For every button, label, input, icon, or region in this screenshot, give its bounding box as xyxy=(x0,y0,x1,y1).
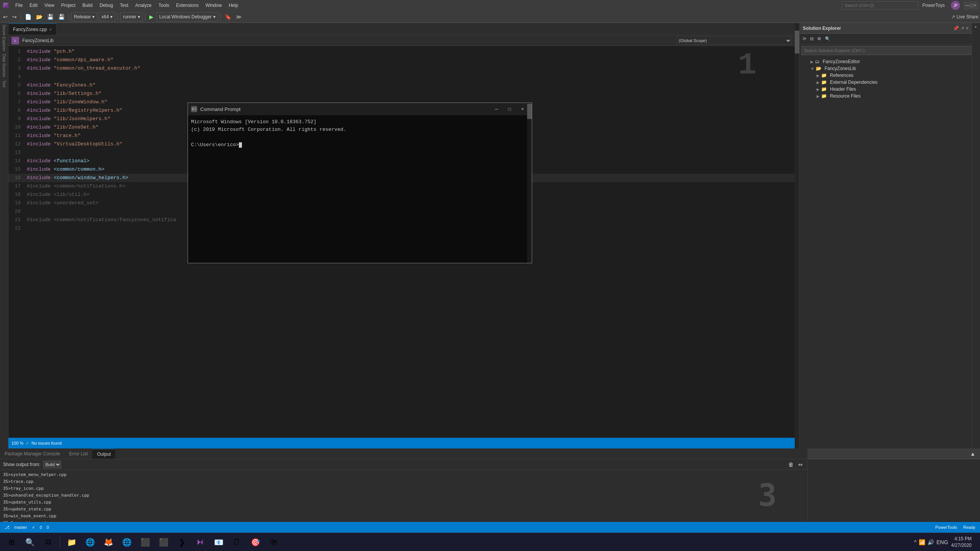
new-file-button[interactable]: 📄 xyxy=(23,13,33,21)
cmd-content[interactable]: Microsoft Windows [Version 10.0.18363.75… xyxy=(188,115,532,263)
bookmark-button[interactable]: 🔖 xyxy=(223,13,233,21)
tab-package-manager[interactable]: Package Manager Console xyxy=(0,449,65,459)
tab-output[interactable]: Output xyxy=(92,449,115,459)
menu-test[interactable]: Test xyxy=(117,1,131,10)
side-tab-test[interactable]: Test xyxy=(1,79,7,89)
menu-debug[interactable]: Debug xyxy=(96,1,116,10)
undo-button[interactable]: ↩ xyxy=(2,13,9,21)
taskbar-terminal[interactable]: ⬛ xyxy=(137,534,154,551)
cmd-scroll-thumb[interactable] xyxy=(527,104,532,119)
search-input[interactable] xyxy=(842,1,918,10)
live-share-label[interactable]: Live Share xyxy=(957,14,978,20)
tree-item-label-2: FancyZonesLib xyxy=(825,66,856,71)
network-icon[interactable]: 📶 xyxy=(919,539,925,545)
project-bar: L FancyZonesLib (Global Scope) xyxy=(8,35,795,46)
expand-arrow-icon-2: ▼ xyxy=(810,67,814,71)
cmd-scrollbar[interactable] xyxy=(527,103,532,263)
platform-label: x64 xyxy=(101,14,109,20)
taskbar-explorer[interactable]: 📁 xyxy=(63,534,80,551)
taskbar-vs[interactable] xyxy=(192,534,209,551)
tree-item-header-files[interactable]: ▶ 📁 Header Files xyxy=(800,86,972,93)
taskbar-files[interactable]: ⬛ xyxy=(155,534,172,551)
pin-icon[interactable]: 📌 xyxy=(953,26,959,31)
sol-filter-button[interactable]: 🔍 xyxy=(823,36,832,42)
solution-explorer-search[interactable] xyxy=(801,46,973,55)
cmd-minimize-button[interactable]: ─ xyxy=(490,105,503,113)
tray-chevron-icon[interactable]: ^ xyxy=(914,539,917,545)
debugger-dropdown[interactable]: Local Windows Debugger ▾ xyxy=(157,12,218,21)
taskbar-powershell[interactable]: ❯ xyxy=(173,534,190,551)
solution-explorer-toolbar: ⟳ ⊟ ⚙ 🔍 xyxy=(800,34,972,44)
scope-select[interactable]: (Global Scope) xyxy=(677,36,792,45)
editor-scrollbar[interactable] xyxy=(795,23,799,448)
minimize-icon[interactable]: ─ xyxy=(965,2,969,8)
menu-extensions[interactable]: Extensions xyxy=(173,1,202,10)
output-wrap-button[interactable]: ⇔ xyxy=(797,461,804,468)
debugger-label: Local Windows Debugger xyxy=(159,14,212,20)
menu-tools[interactable]: Tools xyxy=(155,1,172,10)
run-button[interactable]: ▶ xyxy=(148,13,155,21)
code-line-1: 1 #include "pch.h" xyxy=(8,47,795,56)
side-tab-data[interactable]: Data Sources xyxy=(1,52,7,79)
sol-collapse-button[interactable]: ⊟ xyxy=(808,36,815,42)
side-tab-server[interactable]: Server Explorer xyxy=(1,23,7,52)
tree-item-label: FancyZonesEditor xyxy=(823,59,860,64)
cmd-maximize-button[interactable]: □ xyxy=(503,105,516,113)
menu-help[interactable]: Help xyxy=(225,1,241,10)
configuration-dropdown[interactable]: Release ▾ xyxy=(71,12,97,21)
output-clear-button[interactable]: 🗑 xyxy=(787,461,795,468)
close-icon[interactable]: × xyxy=(973,3,976,8)
menu-view[interactable]: View xyxy=(41,1,57,10)
menu-project[interactable]: Project xyxy=(58,1,78,10)
tab-close-button[interactable]: × xyxy=(49,27,52,32)
platform-dropdown[interactable]: x64 ▾ xyxy=(99,12,115,21)
project-dropdown[interactable]: runner ▾ xyxy=(120,12,143,21)
taskbar-firefox[interactable]: 🦊 xyxy=(100,534,117,551)
tree-item-fancyzoneseditor[interactable]: ▶ 🗂 FancyZonesEditor xyxy=(800,58,972,65)
tab-fancyzones[interactable]: FancyZones.cpp × xyxy=(8,23,57,35)
scrollbar-thumb[interactable] xyxy=(795,31,799,54)
taskbar-chrome[interactable]: 🌐 xyxy=(118,534,135,551)
references-folder-icon: 📁 xyxy=(821,73,827,78)
side-tab-right[interactable]: ▸ xyxy=(973,23,979,30)
taskbar-edge[interactable]: 🌐 xyxy=(82,534,98,551)
taskbar-store[interactable]: 🛍 xyxy=(265,534,282,551)
expand-icon[interactable]: ↗ xyxy=(960,26,964,31)
taskbar-sticky[interactable]: 🗒 xyxy=(229,534,245,551)
menu-analyze[interactable]: Analyze xyxy=(132,1,155,10)
redo-button[interactable]: ↪ xyxy=(11,13,18,21)
taskbar-teams[interactable]: 🎯 xyxy=(247,534,264,551)
volume-icon[interactable]: 🔊 xyxy=(928,539,934,545)
start-button[interactable]: ⊞ xyxy=(3,534,20,551)
tree-item-external-deps[interactable]: ▶ 📁 External Dependencies xyxy=(800,79,972,86)
more-toolbar-button[interactable]: ≫ xyxy=(234,13,243,21)
task-view-button[interactable]: ⧉ xyxy=(40,534,57,551)
menu-file[interactable]: File xyxy=(12,1,26,10)
open-file-button[interactable]: 📂 xyxy=(34,13,44,21)
output-source-select[interactable]: Build xyxy=(43,461,61,468)
tree-item-label-5: Header Files xyxy=(830,86,856,92)
toolbar-sep-4 xyxy=(145,13,145,21)
taskbar-outlook[interactable]: 📧 xyxy=(210,534,227,551)
save-all-button[interactable]: 💾 xyxy=(57,13,66,21)
tree-item-fancyzoneslib[interactable]: ▼ 📂 FancyZonesLib xyxy=(800,65,972,72)
close-panel-icon[interactable]: × xyxy=(966,26,969,31)
sol-sync-button[interactable]: ⟳ xyxy=(801,36,808,42)
branch-name: master xyxy=(14,525,27,530)
folder-icon: 🗂 xyxy=(815,59,820,64)
sol-settings-button[interactable]: ⚙ xyxy=(816,36,823,42)
collapse-bottom-button[interactable]: ▲ xyxy=(969,450,977,458)
taskbar-search-button[interactable]: 🔍 xyxy=(21,534,38,551)
save-button[interactable]: 💾 xyxy=(46,13,55,21)
menu-window[interactable]: Window xyxy=(203,1,225,10)
taskbar-clock[interactable]: 4:15 PM 4/27/2020 xyxy=(951,536,972,549)
tab-error-list[interactable]: Error List xyxy=(65,449,93,459)
menu-build[interactable]: Build xyxy=(79,1,96,10)
sticky-icon: 🗒 xyxy=(233,538,241,546)
maximize-icon[interactable]: □ xyxy=(970,3,973,8)
code-line-3: 3 #include "common/on_thread_executor.h" xyxy=(8,64,795,73)
tree-item-resource-files[interactable]: ▶ 📁 Resource Files xyxy=(800,93,972,99)
expand-arrow-icon: ▶ xyxy=(810,60,813,64)
tree-item-references[interactable]: ▶ 📁 References xyxy=(800,72,972,79)
menu-edit[interactable]: Edit xyxy=(26,1,41,10)
